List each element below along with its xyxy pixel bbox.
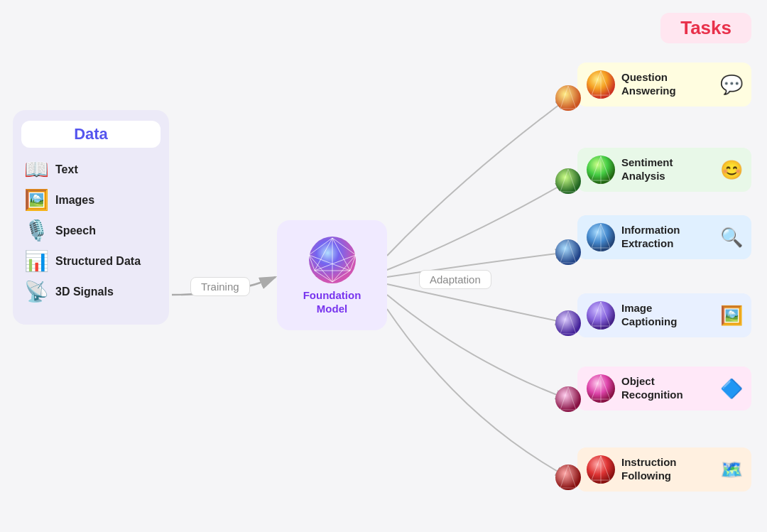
- data-item-images: 🖼️ Images: [21, 188, 161, 212]
- if-sphere-icon: [586, 455, 616, 484]
- svg-line-47: [560, 86, 568, 109]
- task-card-sa: SentimentAnalysis 😊: [577, 148, 751, 192]
- data-item-text: 📖 Text: [21, 158, 161, 181]
- svg-line-48: [568, 86, 576, 109]
- data-panel: Data 📖 Text 🖼️ Images 🎙️ Speech 📊 Struct…: [13, 110, 169, 325]
- if-label: InstructionFollowing: [621, 456, 714, 483]
- data-item-structured: 📊 Structured Data: [21, 249, 161, 273]
- or-label: ObjectRecognition: [621, 375, 714, 402]
- foundation-model-box: FoundationModel: [277, 220, 387, 330]
- task-card-if: InstructionFollowing 🗺️: [577, 447, 751, 492]
- task-card-ie: InformationExtraction 🔍: [577, 215, 751, 259]
- qa-emoji-icon: 💬: [720, 74, 743, 96]
- foundation-model-label: FoundationModel: [303, 289, 361, 316]
- training-label: Training: [190, 277, 250, 296]
- adaptation-label: Adaptation: [419, 270, 491, 289]
- speech-icon: 🎙️: [21, 219, 51, 242]
- tasks-title-box: Tasks: [660, 13, 751, 43]
- text-icon: 📖: [21, 158, 51, 181]
- if-emoji-icon: 🗺️: [720, 459, 743, 481]
- svg-line-59: [560, 311, 568, 334]
- data-item-speech-label: Speech: [55, 224, 96, 237]
- images-icon: 🖼️: [21, 188, 51, 212]
- ic-label: ImageCaptioning: [621, 302, 714, 329]
- data-item-speech: 🎙️ Speech: [21, 219, 161, 242]
- task-card-or: ObjectRecognition 🔷: [577, 367, 751, 411]
- task-card-qa: QuestionAnswering 💬: [577, 63, 751, 107]
- data-title: Data: [74, 125, 108, 143]
- data-item-images-label: Images: [55, 194, 94, 207]
- data-item-3d-label: 3D Signals: [55, 286, 114, 298]
- or-sphere-icon: [586, 374, 616, 403]
- 3d-icon: 📡: [21, 280, 51, 303]
- sa-emoji-icon: 😊: [720, 159, 743, 181]
- data-title-box: Data: [21, 121, 161, 148]
- data-item-structured-label: Structured Data: [55, 255, 141, 268]
- qa-label: QuestionAnswering: [621, 71, 714, 98]
- svg-line-68: [568, 465, 576, 488]
- svg-line-63: [560, 387, 568, 410]
- sa-sphere-icon: [586, 155, 616, 185]
- structured-icon: 📊: [21, 249, 51, 273]
- tasks-title: Tasks: [680, 17, 731, 38]
- task-card-ic: ImageCaptioning 🖼️: [577, 293, 751, 337]
- svg-line-67: [560, 465, 568, 488]
- svg-line-52: [568, 169, 576, 192]
- svg-line-51: [560, 169, 568, 192]
- or-emoji-icon: 🔷: [720, 378, 743, 400]
- ic-emoji-icon: 🖼️: [720, 305, 743, 327]
- ic-sphere-icon: [586, 300, 616, 330]
- svg-line-64: [568, 387, 576, 410]
- svg-line-60: [568, 311, 576, 334]
- foundation-sphere-icon: [308, 235, 357, 285]
- ie-label: InformationExtraction: [621, 224, 714, 251]
- data-item-text-label: Text: [55, 163, 78, 176]
- ie-sphere-icon: [586, 222, 616, 252]
- data-item-3d: 📡 3D Signals: [21, 280, 161, 303]
- svg-line-56: [568, 240, 576, 263]
- ie-emoji-icon: 🔍: [720, 227, 743, 249]
- sa-label: SentimentAnalysis: [621, 156, 714, 183]
- qa-sphere-icon: [586, 70, 616, 99]
- svg-line-55: [560, 240, 568, 263]
